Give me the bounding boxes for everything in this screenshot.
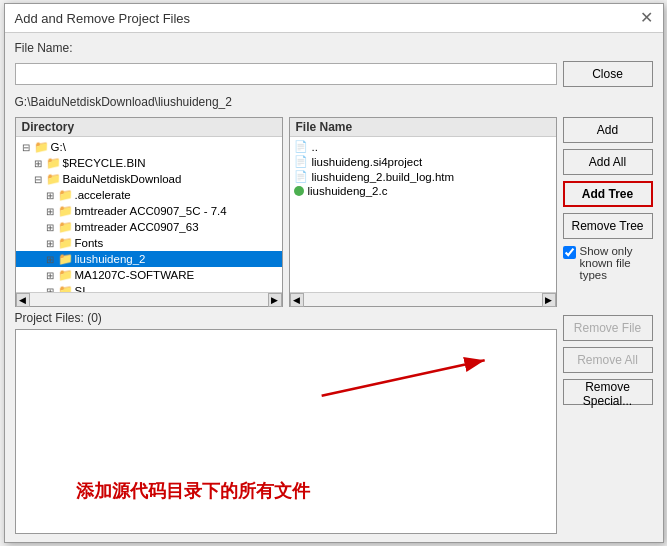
expander-icon: ⊞ (46, 222, 54, 233)
project-files-area[interactable]: 添加源代码目录下的所有文件 (15, 329, 557, 534)
tree-item-liushuideng[interactable]: ⊞ 📁 liushuideng_2 (16, 251, 282, 267)
folder-icon: 📁 (46, 172, 61, 186)
tree-item-baidu[interactable]: ⊟ 📁 BaiduNetdiskDownload (16, 171, 282, 187)
up-icon: 📄 (294, 140, 308, 153)
tree-item-label: bmtreader ACC0907_5C - 7.4 (75, 205, 227, 217)
project-files-section: Project Files: (0) 添加源代码目录下的所有文件 (15, 311, 557, 534)
folder-icon: 📁 (58, 188, 73, 202)
folder-icon: 📁 (46, 156, 61, 170)
bottom-section: Project Files: (0) 添加源代码目录下的所有文件 (15, 311, 653, 534)
remove-special-button[interactable]: Remove Special... (563, 379, 653, 405)
tree-item-label: MA1207C-SOFTWARE (75, 269, 195, 281)
file-name-label: File Name: (15, 41, 653, 55)
hscroll-track[interactable] (30, 293, 268, 306)
file-item-label: liushuideng.si4project (312, 156, 423, 168)
two-panels: Directory ⊟ 📁 G:\ (15, 117, 557, 307)
hscroll-left-btn[interactable]: ◀ (290, 293, 304, 307)
add-all-button[interactable]: Add All (563, 149, 653, 175)
folder-icon: 📁 (58, 236, 73, 250)
hscroll-right-btn[interactable]: ▶ (542, 293, 556, 307)
show-only-known-row: Show only known file types (563, 245, 653, 281)
annotation-arrow (16, 330, 556, 533)
bottom-right-buttons: Remove File Remove All Remove Special... (563, 311, 653, 534)
directory-hscroll: ◀ ▶ (16, 292, 282, 306)
title-bar: Add and Remove Project Files ✕ (5, 4, 663, 33)
remove-tree-button[interactable]: Remove Tree (563, 213, 653, 239)
right-buttons-top: Add Add All Add Tree Remove Tree Show on… (563, 117, 653, 307)
show-only-known-label: Show only known file types (580, 245, 653, 281)
tree-item-label: liushuideng_2 (75, 253, 146, 265)
green-dot-icon (294, 186, 304, 196)
annotation-text: 添加源代码目录下的所有文件 (76, 479, 310, 503)
folder-icon: 📁 (58, 220, 73, 234)
tree-item-si[interactable]: ⊞ 📁 SI (16, 283, 282, 292)
expander-icon: ⊟ (34, 174, 42, 185)
tree-item-accelerate[interactable]: ⊞ 📁 .accelerate (16, 187, 282, 203)
tree-item-label: bmtreader ACC0907_63 (75, 221, 199, 233)
remove-all-button[interactable]: Remove All (563, 347, 653, 373)
tree-item-bmtreader63[interactable]: ⊞ 📁 bmtreader ACC0907_63 (16, 219, 282, 235)
add-tree-button[interactable]: Add Tree (563, 181, 653, 207)
expander-icon: ⊞ (46, 270, 54, 281)
directory-panel-header: Directory (16, 118, 282, 137)
folder-icon: 📁 (58, 268, 73, 282)
file-item-label: liushuideng_2.c (308, 185, 388, 197)
file-hscroll: ◀ ▶ (290, 292, 556, 306)
tree-item-bmtreader5c[interactable]: ⊞ 📁 bmtreader ACC0907_5C - 7.4 (16, 203, 282, 219)
panels-column: Directory ⊟ 📁 G:\ (15, 117, 557, 307)
tree-item-label: BaiduNetdiskDownload (63, 173, 182, 185)
file-item-label: liushuideng_2.build_log.htm (312, 171, 455, 183)
dialog: Add and Remove Project Files ✕ File Name… (4, 3, 664, 543)
folder-icon: 📁 (58, 252, 73, 266)
folder-icon: 📁 (34, 140, 49, 154)
expander-icon: ⊞ (46, 238, 54, 249)
hscroll-left-btn[interactable]: ◀ (16, 293, 30, 307)
folder-icon: 📁 (58, 284, 73, 292)
file-panel: File Name 📄 .. 📄 liushuideng.si4project (289, 117, 557, 307)
close-button[interactable]: Close (563, 61, 653, 87)
add-button[interactable]: Add (563, 117, 653, 143)
tree-item-label: .accelerate (75, 189, 131, 201)
show-only-known-checkbox[interactable] (563, 246, 576, 259)
tree-item-groot[interactable]: ⊟ 📁 G:\ (16, 139, 282, 155)
file-panel-body[interactable]: 📄 .. 📄 liushuideng.si4project 📄 liushuid… (290, 137, 556, 292)
expander-icon: ⊞ (46, 206, 54, 217)
expander-icon: ⊞ (46, 190, 54, 201)
expander-icon: ⊞ (34, 158, 42, 169)
directory-panel: Directory ⊟ 📁 G:\ (15, 117, 283, 307)
tree-item-label: G:\ (51, 141, 66, 153)
tree-item-label: SI (75, 285, 86, 292)
file-icon: 📄 (294, 155, 308, 168)
file-name-input[interactable] (15, 63, 557, 85)
file-item-si4project[interactable]: 📄 liushuideng.si4project (290, 154, 556, 169)
dialog-title: Add and Remove Project Files (15, 11, 191, 26)
hscroll-track[interactable] (304, 293, 542, 306)
file-panel-header: File Name (290, 118, 556, 137)
file-name-row: Close (15, 61, 653, 87)
expander-icon: ⊞ (46, 254, 54, 265)
tree-item-label: $RECYCLE.BIN (63, 157, 146, 169)
path-label: G:\BaiduNetdiskDownload\liushuideng_2 (15, 95, 653, 109)
file-icon: 📄 (294, 170, 308, 183)
hscroll-right-btn[interactable]: ▶ (268, 293, 282, 307)
tree-item-fonts[interactable]: ⊞ 📁 Fonts (16, 235, 282, 251)
folder-icon: 📁 (58, 204, 73, 218)
svg-line-1 (321, 360, 484, 396)
remove-file-button[interactable]: Remove File (563, 315, 653, 341)
file-item-label: .. (312, 141, 318, 153)
file-item-c[interactable]: liushuideng_2.c (290, 184, 556, 198)
file-item-up[interactable]: 📄 .. (290, 139, 556, 154)
main-panels-area: Directory ⊟ 📁 G:\ (15, 117, 653, 307)
directory-panel-body[interactable]: ⊟ 📁 G:\ ⊞ 📁 $RECYCLE.BIN (16, 137, 282, 292)
expander-icon: ⊟ (22, 142, 30, 153)
project-files-header: Project Files: (0) (15, 311, 557, 325)
tree-item-ma1207c[interactable]: ⊞ 📁 MA1207C-SOFTWARE (16, 267, 282, 283)
tree-item-recycle[interactable]: ⊞ 📁 $RECYCLE.BIN (16, 155, 282, 171)
file-item-buildlog[interactable]: 📄 liushuideng_2.build_log.htm (290, 169, 556, 184)
tree-item-label: Fonts (75, 237, 104, 249)
title-bar-close-button[interactable]: ✕ (640, 10, 653, 26)
